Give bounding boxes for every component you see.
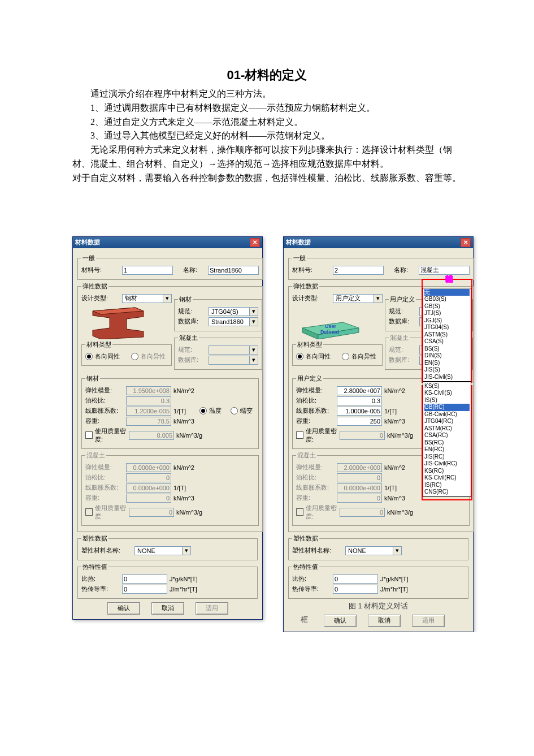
- select-spec-value: JTG04(S): [210, 308, 249, 315]
- label-anisotropic: 各向异性: [141, 352, 166, 361]
- input-E[interactable]: [337, 386, 382, 395]
- group-plastic-legend: 塑性数据: [81, 534, 108, 543]
- select-spec[interactable]: JTG04(S)▾: [209, 307, 258, 316]
- group-general: 一般 材料号: 名称:: [77, 254, 263, 280]
- spec-option[interactable]: JTG04(RC): [424, 418, 470, 425]
- label-spec: 规范:: [389, 307, 417, 316]
- input-cgamma: [337, 494, 382, 503]
- ok-button[interactable]: 确认: [107, 602, 140, 615]
- select-db[interactable]: Strand1860▾: [209, 317, 258, 326]
- spec-option[interactable]: EN(S): [424, 360, 470, 367]
- group-concrete-spec: 混凝土 规范: ▾ 数据库: ▾: [174, 334, 262, 370]
- select-designtype[interactable]: 钢材 ▾: [122, 294, 172, 303]
- apply-button[interactable]: 适用: [412, 615, 445, 627]
- select-db2: ▾: [209, 356, 258, 365]
- dialog-titlebar[interactable]: 材料数据 ✕: [73, 237, 262, 248]
- spec-option[interactable]: JTG04(S): [424, 324, 470, 331]
- checkbox-massdensity[interactable]: [296, 431, 303, 439]
- apply-button[interactable]: 适用: [196, 602, 228, 615]
- input-matno[interactable]: [122, 266, 173, 275]
- spec-option[interactable]: GB-Civil(RC): [424, 411, 470, 418]
- spec-option[interactable]: EN(RC): [424, 446, 470, 453]
- group-plastic-legend: 塑性数据: [292, 534, 319, 543]
- unit-massdensity: kN/m^3/g: [387, 432, 413, 439]
- group-plastic: 塑性数据 塑性材料名称: NONE▾: [288, 534, 468, 560]
- spec-option[interactable]: ASTM(S): [424, 331, 470, 339]
- spec-option[interactable]: IS(S): [424, 397, 470, 404]
- spec-dropdown-concrete[interactable]: KS(S)KS-Civil(S)IS(S)GB(RC)GB-Civil(RC)J…: [423, 382, 471, 497]
- input-poisson: [126, 396, 171, 405]
- spec-dropdown-steel[interactable]: 无GB03(S)GB(S)JTJ(S)JGJ(S)JTG04(S)ASTM(S)…: [423, 288, 471, 382]
- doc-title: 01-材料的定义: [0, 67, 534, 84]
- select-plastic[interactable]: NONE▾: [134, 546, 191, 555]
- input-poisson[interactable]: [337, 396, 382, 405]
- input-specheat[interactable]: [333, 574, 378, 584]
- input-name[interactable]: [208, 266, 259, 275]
- doc-p1: 通过演示介绍在程序中材料定义的三种方法。: [72, 87, 462, 101]
- input-gamma: [126, 417, 171, 426]
- spec-option[interactable]: BS(S): [424, 345, 470, 353]
- spec-option[interactable]: KS-Civil(S): [424, 390, 470, 397]
- group-concrete-props-legend: 混凝土: [85, 451, 106, 460]
- cancel-button[interactable]: 取消: [151, 602, 184, 615]
- radio-isotropic[interactable]: [296, 353, 303, 360]
- group-concrete-props: 混凝土 弹性模量:kN/m^2 泊松比: 线膨胀系数:1/[T] 容重:kN/m…: [81, 451, 259, 526]
- radio-temp[interactable]: [199, 407, 207, 414]
- spec-option[interactable]: JIS-Civil(S): [424, 374, 470, 381]
- radio-creep[interactable]: [231, 407, 238, 414]
- spec-option[interactable]: JTJ(S): [424, 310, 470, 317]
- spec-option[interactable]: IS(RC): [424, 482, 470, 489]
- input-alpha[interactable]: [337, 407, 382, 416]
- input-matno[interactable]: [333, 266, 384, 275]
- radio-isotropic[interactable]: [85, 353, 93, 360]
- group-general-legend: 一般: [81, 254, 96, 262]
- spec-option[interactable]: 无: [424, 289, 470, 296]
- cancel-button[interactable]: 取消: [368, 615, 401, 627]
- material-dialog-2: 材料数据 ✕ 一般 材料号: 名称: 弹性数据 设计类型:: [283, 236, 474, 632]
- ok-button[interactable]: 确认: [324, 615, 357, 627]
- select-plastic[interactable]: NONE▾: [345, 546, 402, 555]
- input-conduct[interactable]: [122, 585, 167, 594]
- spec-option[interactable]: JGJ(S): [424, 317, 470, 325]
- spec-option[interactable]: KS(S): [424, 383, 470, 390]
- select-designtype[interactable]: 用户定义 ▾: [333, 294, 383, 303]
- close-icon[interactable]: ✕: [250, 238, 260, 247]
- group-steel-spec: 钢材 规范: JTG04(S)▾ 数据库: Strand1860▾: [174, 295, 262, 331]
- user-defined-icon: User Defined: [292, 304, 366, 339]
- spec-option[interactable]: JIS(RC): [424, 453, 470, 461]
- spec-option[interactable]: CSA(RC): [424, 432, 470, 439]
- input-specheat[interactable]: [122, 574, 167, 584]
- spec-option[interactable]: ASTM(RC): [424, 425, 470, 433]
- label-poisson: 泊松比:: [85, 396, 124, 405]
- checkbox-massdensity[interactable]: [85, 431, 93, 439]
- svg-text:Defined: Defined: [320, 329, 339, 335]
- radio-anisotropic[interactable]: [342, 353, 349, 360]
- spec-option[interactable]: GB(RC): [424, 404, 470, 411]
- input-alpha: [126, 407, 171, 416]
- input-conduct[interactable]: [333, 585, 378, 594]
- label-matno: 材料号:: [292, 266, 331, 274]
- group-thermal: 热特性值 比热:J*g/kN*[T] 热传导率:J/m*hr*[T]: [288, 563, 468, 599]
- group-mattype-legend: 材料类型: [85, 340, 112, 349]
- spec-option[interactable]: GB03(S): [424, 296, 470, 303]
- spec-option[interactable]: KS(RC): [424, 468, 470, 475]
- input-cmd: [129, 508, 174, 517]
- spec-option[interactable]: JIS(S): [424, 366, 470, 374]
- spec-option[interactable]: GB(S): [424, 303, 470, 310]
- unit-alpha: 1/[T]: [173, 408, 186, 414]
- spec-option[interactable]: DIN(S): [424, 352, 470, 360]
- close-icon[interactable]: ✕: [461, 238, 471, 247]
- input-gamma[interactable]: [337, 417, 382, 426]
- spec-option[interactable]: CNS(RC): [424, 489, 470, 496]
- label-alpha: 线膨胀系数:: [296, 407, 335, 415]
- doc-p4: 3、通过导入其他模型已经定义好的材料——示范钢材定义。: [72, 129, 462, 143]
- radio-anisotropic[interactable]: [131, 353, 138, 360]
- input-calpha: [337, 483, 382, 493]
- spec-option[interactable]: CSA(S): [424, 338, 470, 345]
- input-name[interactable]: [419, 266, 470, 275]
- spec-option[interactable]: BS(RC): [424, 439, 470, 447]
- group-mattype: 材料类型 各向同性 各向异性: [292, 340, 383, 366]
- dialog-titlebar[interactable]: 材料数据 ✕: [284, 237, 473, 248]
- spec-option[interactable]: KS-Civil(RC): [424, 474, 470, 482]
- spec-option[interactable]: JIS-Civil(RC): [424, 460, 470, 468]
